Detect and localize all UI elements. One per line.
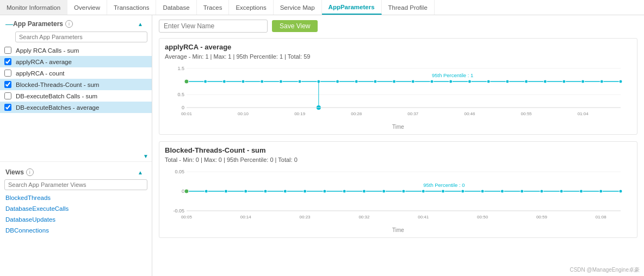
svg-text:00:05: 00:05	[181, 215, 193, 219]
app-params-list: Apply RCA Calls - sumapplyRCA - averagea…	[0, 45, 152, 153]
svg-point-7	[204, 80, 207, 83]
views-title: Views	[5, 168, 24, 176]
svg-point-50	[205, 190, 208, 193]
svg-text:00:32: 00:32	[358, 215, 370, 219]
app-params-search-input[interactable]	[15, 32, 147, 42]
main-layout: — App Parameters i ▲ Apply RCA Calls - s…	[0, 15, 644, 276]
svg-point-61	[422, 190, 425, 193]
nav-item-exceptions[interactable]: Exceptions	[229, 0, 273, 15]
watermark: CSDN @ManageEngine卓豪	[569, 266, 640, 274]
scroll-up-icon[interactable]: ▲	[138, 21, 146, 27]
param-label: Apply RCA Calls - sum	[16, 47, 79, 54]
views-list: BlockedThreadsDatabaseExecuteCallsDataba…	[0, 192, 152, 236]
svg-point-57	[343, 190, 346, 193]
param-item[interactable]: Apply RCA Calls - sum	[0, 45, 152, 56]
param-label: DB-executeBatches - average	[16, 104, 99, 111]
svg-text:0.5: 0.5	[177, 92, 184, 97]
svg-text:95th Percentile : 1: 95th Percentile : 1	[432, 72, 473, 78]
svg-text:00:19: 00:19	[294, 111, 306, 116]
nav-item-appparameters[interactable]: AppParameters	[322, 0, 382, 15]
svg-point-68	[560, 190, 563, 193]
svg-point-18	[411, 80, 414, 83]
param-label: Blocked-Threads-Count - sum	[16, 81, 99, 88]
view-item[interactable]: BlockedThreads	[0, 192, 152, 203]
save-view-button[interactable]: Save View	[272, 20, 318, 32]
svg-point-58	[362, 190, 366, 193]
svg-text:95th Percentile : 0: 95th Percentile : 0	[423, 182, 465, 188]
view-name-input[interactable]	[159, 20, 268, 33]
right-panel: Save View applyRCA - averageAverage - Mi…	[152, 15, 644, 276]
top-navigation: Monitor InformationOverviewTransactionsD…	[0, 0, 644, 15]
param-item[interactable]: applyRCA - count	[0, 67, 152, 79]
svg-text:00:23: 00:23	[300, 215, 311, 219]
svg-point-22	[487, 80, 490, 83]
charts-container: applyRCA - averageAverage - Min: 1 | Max…	[159, 38, 637, 244]
svg-text:00:41: 00:41	[418, 215, 429, 219]
views-section: Views i ▲ BlockedThreadsDatabaseExecuteC…	[0, 164, 152, 238]
chart-block-chart1: applyRCA - averageAverage - Min: 1 | Max…	[159, 38, 637, 135]
svg-text:0: 0	[182, 189, 184, 194]
nav-item-service-map[interactable]: Service Map	[274, 0, 322, 15]
svg-text:00:14: 00:14	[240, 215, 252, 219]
view-item[interactable]: DBConnections	[0, 225, 152, 236]
param-item[interactable]: DB-executeBatches - average	[0, 102, 152, 113]
nav-item-thread-profile[interactable]: Thread Profile	[382, 0, 435, 15]
chart-title: Blocked-Threads-Count - sum	[165, 146, 631, 154]
svg-point-12	[298, 80, 301, 83]
scroll-down-icon[interactable]: ▼	[0, 153, 152, 159]
nav-item-database[interactable]: Database	[156, 0, 196, 15]
svg-text:00:28: 00:28	[351, 111, 362, 116]
view-item[interactable]: DatabaseExecuteCalls	[0, 203, 152, 214]
svg-text:00:50: 00:50	[477, 215, 488, 219]
svg-point-65	[500, 190, 504, 193]
app-params-info-icon[interactable]: i	[65, 20, 73, 28]
svg-text:-0.05: -0.05	[173, 208, 184, 214]
chart-area: 0.050-0.0595th Percentile : 000:0500:140…	[165, 166, 631, 226]
param-label: DB-executeBatch Calls - sum	[16, 93, 97, 99]
views-search-input[interactable]	[4, 179, 147, 190]
param-checkbox-2[interactable]	[4, 70, 11, 77]
svg-point-52	[244, 190, 247, 193]
app-params-header: — App Parameters i ▲	[0, 15, 152, 30]
svg-text:00:46: 00:46	[464, 111, 475, 116]
svg-point-14	[336, 80, 339, 83]
svg-point-28	[600, 80, 603, 83]
param-checkbox-4[interactable]	[4, 92, 11, 99]
svg-point-9	[242, 80, 245, 83]
svg-point-59	[382, 190, 386, 193]
chart-stats: Total - Min: 0 | Max: 0 | 95th Percentil…	[165, 156, 631, 163]
svg-text:00:55: 00:55	[521, 111, 532, 116]
svg-point-60	[402, 190, 405, 193]
svg-text:0.05: 0.05	[175, 169, 184, 174]
param-checkbox-1[interactable]	[4, 58, 11, 65]
param-checkbox-3[interactable]	[4, 81, 11, 88]
param-checkbox-5[interactable]	[4, 104, 11, 111]
svg-point-17	[393, 80, 396, 83]
param-item[interactable]: Blocked-Threads-Count - sum	[0, 79, 152, 90]
nav-item-overview[interactable]: Overview	[67, 0, 107, 15]
svg-point-69	[579, 190, 583, 193]
views-info-icon[interactable]: i	[26, 168, 34, 176]
svg-text:1.5: 1.5	[177, 66, 184, 71]
svg-point-51	[224, 190, 227, 193]
nav-item-monitor-information[interactable]: Monitor Information	[0, 0, 67, 15]
chart-area: 1.50.5095th Percentile : 100:0100:1000:1…	[165, 63, 631, 123]
param-item[interactable]: DB-executeBatch Calls - sum	[0, 90, 152, 102]
view-item[interactable]: DatabaseUpdates	[0, 214, 152, 225]
param-checkbox-0[interactable]	[4, 47, 11, 54]
views-scroll-up-icon[interactable]: ▲	[138, 170, 146, 175]
svg-point-10	[261, 80, 264, 83]
views-search-container	[4, 179, 147, 190]
svg-point-27	[581, 80, 585, 83]
svg-point-23	[506, 80, 509, 83]
svg-text:01:08: 01:08	[596, 215, 607, 219]
svg-point-15	[355, 80, 358, 83]
nav-item-transactions[interactable]: Transactions	[107, 0, 156, 15]
nav-item-traces[interactable]: Traces	[197, 0, 230, 15]
svg-point-21	[468, 80, 471, 83]
svg-point-30	[184, 79, 189, 84]
param-item[interactable]: applyRCA - average	[0, 56, 152, 67]
collapse-icon[interactable]: —	[5, 20, 13, 28]
app-params-search-container	[15, 32, 147, 42]
chart-title: applyRCA - average	[165, 43, 631, 51]
